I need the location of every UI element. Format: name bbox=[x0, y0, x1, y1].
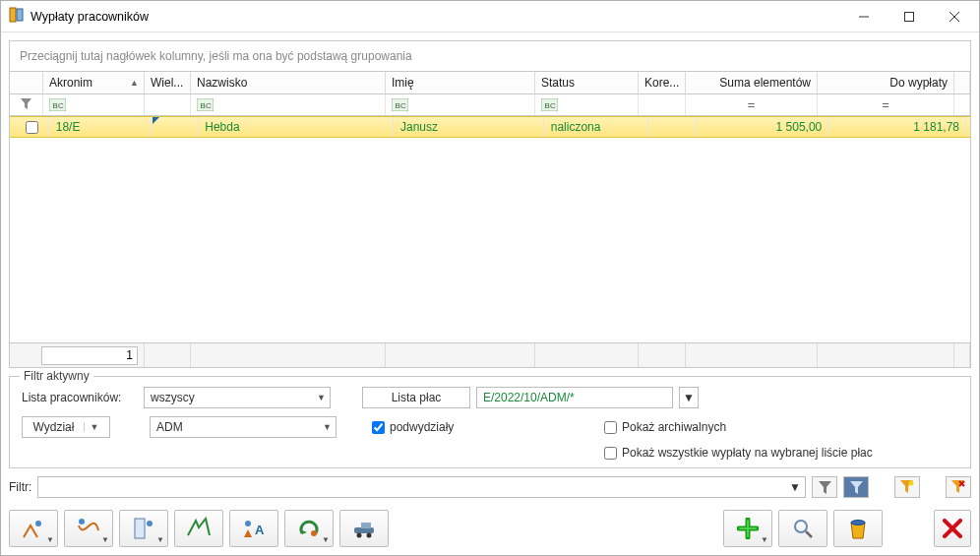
window-title: Wypłaty pracowników bbox=[31, 10, 841, 24]
col-kore[interactable]: Kore... bbox=[639, 72, 686, 93]
svg-point-22 bbox=[79, 519, 85, 525]
group-hint[interactable]: Przeciągnij tutaj nagłówek kolumny, jeśl… bbox=[10, 41, 970, 71]
toolbar-button-5[interactable]: A bbox=[229, 510, 278, 547]
svg-point-25 bbox=[245, 521, 251, 526]
lista-plac-select[interactable]: E/2022/10/ADM/* bbox=[476, 387, 673, 408]
summary-bar bbox=[10, 342, 970, 367]
archiwalne-checkbox[interactable]: Pokaż archiwalnych bbox=[604, 420, 958, 434]
grid-rows[interactable]: 18/E Hebda Janusz naliczona 1 505,00 1 1… bbox=[10, 116, 970, 342]
titlebar: Wypłaty pracowników bbox=[1, 1, 979, 32]
magnifier-icon bbox=[792, 518, 814, 539]
app-icon bbox=[9, 7, 25, 26]
svg-rect-23 bbox=[135, 519, 145, 538]
toolbar-button-1[interactable]: ▼ bbox=[9, 510, 58, 547]
lista-plac-button[interactable]: Lista płac bbox=[362, 387, 470, 408]
cell-wiel[interactable] bbox=[153, 117, 199, 137]
x-icon bbox=[943, 519, 962, 538]
filter-clear-button[interactable] bbox=[946, 476, 971, 498]
col-dowyplaty[interactable]: Do wypłaty bbox=[818, 72, 954, 93]
search-button[interactable] bbox=[778, 510, 827, 547]
svg-point-34 bbox=[851, 521, 865, 525]
add-button[interactable]: ▼ bbox=[723, 510, 772, 547]
close-window-button[interactable] bbox=[934, 510, 971, 547]
svg-point-32 bbox=[795, 521, 807, 532]
toolbar-button-6[interactable]: ▼ bbox=[284, 510, 334, 547]
svg-point-29 bbox=[357, 533, 362, 538]
toolbar-button-4[interactable] bbox=[174, 510, 223, 547]
text-filter-icon: BC bbox=[541, 98, 558, 111]
filter-panel-legend: Filtr aktywny bbox=[20, 369, 93, 383]
flag-icon bbox=[153, 117, 160, 125]
svg-rect-0 bbox=[10, 8, 16, 22]
cell-suma[interactable]: 1 505,00 bbox=[697, 117, 828, 137]
filter-expression-input[interactable]: ▼ bbox=[37, 476, 806, 498]
wydzial-button[interactable]: Wydział▼ bbox=[22, 416, 110, 438]
funnel-icon bbox=[21, 98, 31, 111]
row-checkbox[interactable] bbox=[26, 121, 38, 134]
svg-point-24 bbox=[147, 521, 153, 526]
maximize-button[interactable] bbox=[887, 1, 932, 32]
col-imie[interactable]: Imię bbox=[386, 72, 535, 93]
svg-point-21 bbox=[35, 521, 41, 526]
svg-text:A: A bbox=[255, 523, 265, 537]
filter-status[interactable]: BC bbox=[535, 94, 639, 115]
col-nazwisko[interactable]: Nazwisko bbox=[191, 72, 386, 93]
col-wiel[interactable]: Wiel... bbox=[145, 72, 191, 93]
close-button[interactable] bbox=[932, 1, 977, 32]
col-status[interactable]: Status bbox=[535, 72, 639, 93]
svg-text:C: C bbox=[58, 101, 64, 110]
podwydzialy-checkbox[interactable]: podwydziały bbox=[372, 420, 454, 434]
filter-akronim[interactable]: BC bbox=[43, 94, 145, 115]
filter-wiel[interactable] bbox=[145, 94, 191, 115]
wszystkie-wyplaty-checkbox[interactable]: Pokaż wszystkie wypłaty na wybranej liśc… bbox=[604, 446, 958, 460]
toolbar-button-3[interactable]: ▼ bbox=[119, 510, 168, 547]
filter-save-button[interactable] bbox=[894, 476, 920, 498]
cell-kore[interactable] bbox=[649, 117, 697, 137]
svg-text:C: C bbox=[400, 101, 406, 110]
svg-point-18 bbox=[909, 481, 914, 486]
filter-suma[interactable]: = bbox=[686, 94, 818, 115]
filter-imie[interactable]: BC bbox=[386, 94, 535, 115]
col-checkbox[interactable] bbox=[10, 72, 43, 93]
filter-row-cells: BC BC BC BC = = bbox=[10, 94, 970, 116]
cell-nazwisko[interactable]: Hebda bbox=[199, 117, 394, 137]
chevron-down-icon: ▼ bbox=[789, 480, 801, 494]
svg-text:C: C bbox=[550, 101, 556, 110]
col-akronim[interactable]: Akronim▲ bbox=[43, 72, 145, 93]
filter-nazwisko[interactable]: BC bbox=[191, 94, 386, 115]
cell-imie[interactable]: Janusz bbox=[395, 117, 544, 137]
cell-akronim[interactable]: 18/E bbox=[50, 117, 152, 137]
svg-line-33 bbox=[806, 531, 812, 537]
filter-funnel-cell[interactable] bbox=[10, 94, 43, 115]
lista-plac-dropdown-button[interactable]: ▼ bbox=[679, 387, 699, 408]
sum-count-input[interactable] bbox=[41, 346, 138, 365]
toolbar-button-2[interactable]: ▼ bbox=[64, 510, 113, 547]
lista-pracownikow-label: Lista pracowników: bbox=[22, 391, 138, 404]
filter-dowyplaty[interactable]: = bbox=[818, 94, 954, 115]
chevron-down-icon: ▼ bbox=[761, 535, 768, 544]
text-filter-icon: BC bbox=[392, 98, 408, 111]
filter-apply-button[interactable] bbox=[812, 476, 837, 498]
table-row[interactable]: 18/E Hebda Janusz naliczona 1 505,00 1 1… bbox=[10, 116, 970, 138]
row-checkbox-cell[interactable] bbox=[16, 117, 49, 137]
grid-container: Przeciągnij tutaj nagłówek kolumny, jeśl… bbox=[9, 40, 971, 368]
svg-rect-31 bbox=[361, 523, 371, 528]
toolbar-button-7[interactable] bbox=[339, 510, 389, 547]
funnel-wrench-icon bbox=[850, 481, 863, 494]
filter-expression-row: Filtr: ▼ bbox=[9, 476, 971, 498]
col-suma[interactable]: Suma elementów bbox=[686, 72, 818, 93]
text-filter-icon: BC bbox=[49, 98, 66, 111]
filter-kore[interactable] bbox=[639, 94, 686, 115]
funnel-icon bbox=[819, 481, 831, 494]
chevron-down-icon: ▼ bbox=[317, 393, 326, 402]
lista-pracownikow-select[interactable]: wszyscy▼ bbox=[144, 387, 331, 408]
bin-button[interactable] bbox=[833, 510, 883, 547]
bottom-toolbar: ▼ ▼ ▼ A ▼ ▼ bbox=[1, 506, 979, 555]
cell-dowyplaty[interactable]: 1 181,78 bbox=[829, 117, 966, 137]
wydzial-select[interactable]: ADM▼ bbox=[150, 416, 337, 438]
minimize-button[interactable] bbox=[841, 1, 887, 32]
filter-builder-button[interactable] bbox=[843, 476, 869, 498]
svg-text:C: C bbox=[206, 101, 212, 110]
text-filter-icon: BC bbox=[197, 98, 214, 111]
cell-status[interactable]: naliczona bbox=[545, 117, 648, 137]
